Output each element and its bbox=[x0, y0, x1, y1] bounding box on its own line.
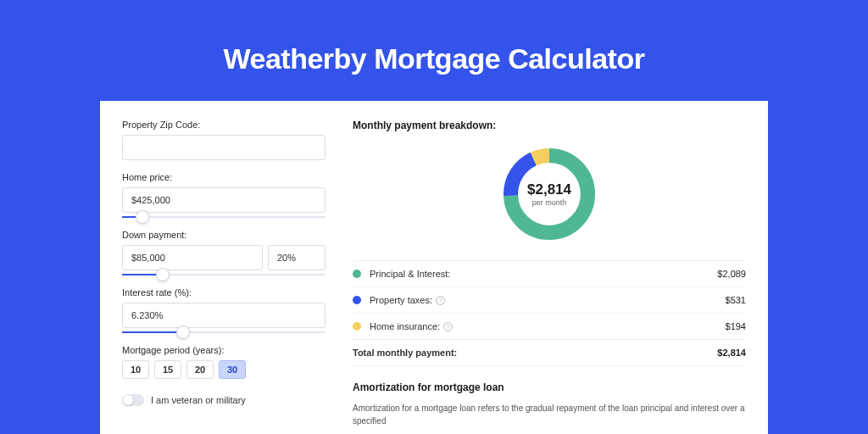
down-payment-pct-input[interactable] bbox=[268, 245, 326, 270]
info-icon[interactable]: ? bbox=[436, 296, 445, 305]
breakdown-title: Monthly payment breakdown: bbox=[353, 120, 746, 131]
period-options: 10152030 bbox=[122, 360, 326, 379]
period-btn-20[interactable]: 20 bbox=[186, 360, 214, 379]
form-column: Property Zip Code: Home price: Down paym… bbox=[122, 120, 326, 427]
legend-value: $2,089 bbox=[717, 269, 746, 279]
legend-value: $194 bbox=[726, 321, 746, 331]
donut-chart: $2,814 per month bbox=[498, 143, 600, 245]
period-btn-10[interactable]: 10 bbox=[122, 360, 149, 379]
veteran-label: I am veteran or military bbox=[151, 395, 246, 405]
donut-wrap: $2,814 per month bbox=[353, 143, 746, 245]
legend-total-row: Total monthly payment:$2,814 bbox=[353, 340, 746, 366]
down-payment-slider-thumb[interactable] bbox=[156, 268, 170, 281]
donut-sub: per month bbox=[532, 198, 567, 207]
interest-slider-fill bbox=[122, 331, 183, 333]
home-price-slider[interactable] bbox=[122, 216, 326, 218]
veteran-toggle[interactable] bbox=[122, 394, 144, 406]
down-payment-field: Down payment: bbox=[122, 230, 326, 275]
calculator-panel: Property Zip Code: Home price: Down paym… bbox=[100, 101, 768, 434]
legend: Principal & Interest:$2,089Property taxe… bbox=[353, 260, 746, 366]
legend-dot-icon bbox=[353, 270, 361, 278]
home-price-field: Home price: bbox=[122, 172, 326, 218]
veteran-row: I am veteran or military bbox=[122, 394, 326, 406]
interest-input[interactable] bbox=[122, 303, 326, 328]
home-price-slider-thumb[interactable] bbox=[136, 210, 149, 224]
legend-label: Principal & Interest: bbox=[370, 269, 717, 279]
down-payment-slider[interactable] bbox=[122, 274, 326, 275]
page-root: Weatherby Mortgage Calculator Property Z… bbox=[0, 0, 868, 434]
panel-shadow: Property Zip Code: Home price: Down paym… bbox=[100, 101, 768, 434]
donut-center: $2,814 per month bbox=[498, 143, 600, 245]
period-btn-15[interactable]: 15 bbox=[154, 360, 181, 379]
interest-label: Interest rate (%): bbox=[122, 287, 326, 298]
down-payment-row bbox=[122, 245, 326, 270]
interest-field: Interest rate (%): bbox=[122, 287, 326, 333]
interest-slider-thumb[interactable] bbox=[176, 326, 190, 339]
total-value: $2,814 bbox=[717, 348, 746, 358]
period-btn-30[interactable]: 30 bbox=[219, 360, 246, 379]
amortization-title: Amortization for mortgage loan bbox=[353, 381, 746, 393]
amortization-text: Amortization for a mortgage loan refers … bbox=[353, 402, 746, 427]
legend-label: Property taxes:? bbox=[370, 295, 726, 305]
veteran-toggle-knob bbox=[123, 395, 133, 405]
period-label: Mortgage period (years): bbox=[122, 345, 326, 355]
down-payment-label: Down payment: bbox=[122, 230, 326, 240]
interest-slider[interactable] bbox=[122, 331, 326, 333]
legend-dot-icon bbox=[353, 322, 361, 331]
donut-amount: $2,814 bbox=[527, 181, 571, 198]
legend-row: Home insurance:?$194 bbox=[353, 314, 746, 340]
breakdown-column: Monthly payment breakdown: $2,814 per mo… bbox=[353, 120, 746, 427]
legend-label: Home insurance:? bbox=[370, 321, 726, 331]
info-icon[interactable]: ? bbox=[443, 322, 453, 331]
zip-field: Property Zip Code: bbox=[122, 120, 326, 160]
down-payment-input[interactable] bbox=[122, 245, 263, 270]
period-field: Mortgage period (years): 10152030 bbox=[122, 345, 326, 379]
zip-input[interactable] bbox=[122, 135, 326, 160]
amortization-section: Amortization for mortgage loan Amortizat… bbox=[353, 381, 746, 427]
legend-row: Principal & Interest:$2,089 bbox=[353, 261, 746, 287]
legend-dot-icon bbox=[353, 296, 361, 304]
home-price-input[interactable] bbox=[122, 187, 326, 213]
total-label: Total monthly payment: bbox=[353, 348, 717, 358]
legend-row: Property taxes:?$531 bbox=[353, 287, 746, 314]
home-price-label: Home price: bbox=[122, 172, 326, 182]
page-title: Weatherby Mortgage Calculator bbox=[0, 42, 868, 75]
zip-label: Property Zip Code: bbox=[122, 120, 326, 130]
legend-value: $531 bbox=[726, 295, 746, 305]
